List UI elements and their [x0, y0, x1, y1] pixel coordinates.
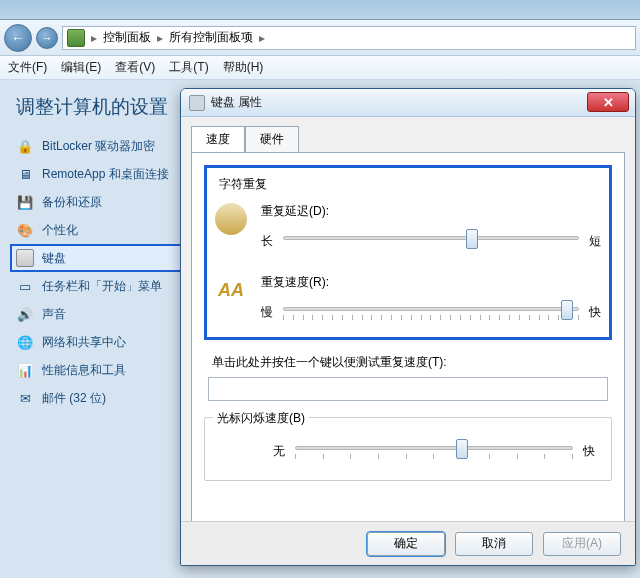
lock-icon: [16, 137, 34, 155]
dialog-button-bar: 确定 取消 应用(A): [181, 521, 635, 565]
repeat-delay-slider[interactable]: [283, 226, 579, 256]
address-bar[interactable]: ▸ 控制面板 ▸ 所有控制面板项 ▸: [62, 26, 636, 50]
explorer-navbar: ← → ▸ 控制面板 ▸ 所有控制面板项 ▸: [0, 20, 640, 56]
breadcrumb-all-items[interactable]: 所有控制面板项: [169, 29, 253, 46]
backup-icon: [16, 193, 34, 211]
keyboard-icon: [16, 249, 34, 267]
sidebar-item-label: 任务栏和「开始」菜单: [42, 278, 162, 295]
sidebar-item-label: 个性化: [42, 222, 78, 239]
repeat-delay-icon: [215, 203, 247, 235]
close-icon: ✕: [603, 95, 614, 110]
slider-thumb[interactable]: [466, 229, 478, 249]
sound-icon: [16, 305, 34, 323]
personalize-icon: [16, 221, 34, 239]
sidebar-item-label: 备份和还原: [42, 194, 102, 211]
repeat-delay-min-label: 长: [261, 233, 273, 250]
tab-page-speed: 字符重复 重复延迟(D): 长 短 AA: [191, 152, 625, 546]
window-titlebar-strip: [0, 0, 640, 20]
tab-speed[interactable]: 速度: [191, 126, 245, 153]
close-button[interactable]: ✕: [587, 92, 629, 112]
network-icon: [16, 333, 34, 351]
breadcrumb-sep-icon: ▸: [259, 31, 265, 45]
menu-edit[interactable]: 编辑(E): [61, 59, 101, 76]
breadcrumb-control-panel[interactable]: 控制面板: [103, 29, 151, 46]
repeat-rate-slider[interactable]: [283, 297, 579, 327]
menu-bar: 文件(F) 编辑(E) 查看(V) 工具(T) 帮助(H): [0, 56, 640, 80]
control-panel-icon: [67, 29, 85, 47]
repeat-test-input[interactable]: [208, 377, 608, 401]
dialog-title-text: 键盘 属性: [211, 94, 262, 111]
group-cursor-blink-label: 光标闪烁速度(B): [213, 410, 309, 427]
performance-icon: [16, 361, 34, 379]
nav-forward-button[interactable]: →: [36, 27, 58, 49]
menu-help[interactable]: 帮助(H): [223, 59, 264, 76]
mail-icon: [16, 389, 34, 407]
sidebar-item-label: RemoteApp 和桌面连接: [42, 166, 169, 183]
menu-file[interactable]: 文件(F): [8, 59, 47, 76]
menu-view[interactable]: 查看(V): [115, 59, 155, 76]
character-repeat-highlight: 字符重复 重复延迟(D): 长 短 AA: [204, 165, 612, 340]
repeat-test-label: 单击此处并按住一个键以便测试重复速度(T):: [212, 354, 612, 371]
cancel-button[interactable]: 取消: [455, 532, 533, 556]
sidebar-item-label: 邮件 (32 位): [42, 390, 106, 407]
slider-thumb[interactable]: [456, 439, 468, 459]
keyboard-properties-dialog: 键盘 属性 ✕ 速度 硬件 字符重复 重复延迟(D): 长 短: [180, 88, 636, 566]
sidebar-item-label: 键盘: [42, 250, 66, 267]
breadcrumb-sep-icon: ▸: [157, 31, 163, 45]
cursor-blink-min-label: 无: [273, 443, 285, 460]
apply-button[interactable]: 应用(A): [543, 532, 621, 556]
cursor-blink-max-label: 快: [583, 443, 595, 460]
repeat-rate-min-label: 慢: [261, 304, 273, 321]
nav-back-button[interactable]: ←: [4, 24, 32, 52]
repeat-rate-label: 重复速度(R):: [261, 274, 601, 291]
remote-icon: [16, 165, 34, 183]
repeat-rate-icon: AA: [215, 274, 247, 306]
sidebar-item-label: 声音: [42, 306, 66, 323]
tab-hardware[interactable]: 硬件: [245, 126, 299, 153]
breadcrumb-sep-icon: ▸: [91, 31, 97, 45]
cursor-blink-slider[interactable]: [295, 436, 573, 466]
repeat-rate-max-label: 快: [589, 304, 601, 321]
repeat-delay-label: 重复延迟(D):: [261, 203, 601, 220]
ok-button[interactable]: 确定: [367, 532, 445, 556]
dialog-titlebar[interactable]: 键盘 属性: [181, 89, 635, 117]
sidebar-item-label: BitLocker 驱动器加密: [42, 138, 155, 155]
sidebar-item-label: 网络和共享中心: [42, 334, 126, 351]
menu-tools[interactable]: 工具(T): [169, 59, 208, 76]
keyboard-icon: [189, 95, 205, 111]
slider-thumb[interactable]: [561, 300, 573, 320]
group-character-repeat-label: 字符重复: [215, 177, 271, 191]
repeat-delay-max-label: 短: [589, 233, 601, 250]
taskbar-icon: [16, 277, 34, 295]
dialog-tabs: 速度 硬件: [181, 117, 635, 152]
sidebar-item-label: 性能信息和工具: [42, 362, 126, 379]
